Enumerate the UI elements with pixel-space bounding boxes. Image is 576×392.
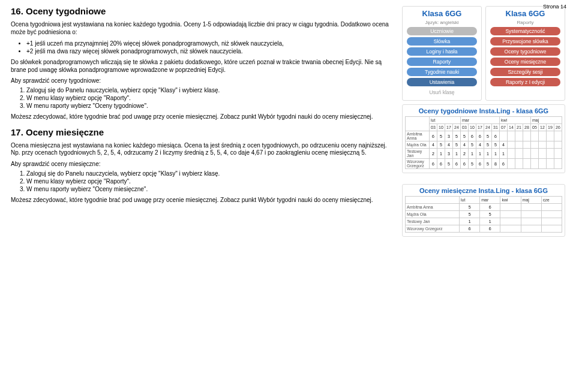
grade-cell: 2 — [461, 149, 469, 159]
menu-item[interactable]: Raporty — [407, 58, 477, 66]
bullet-item: +2 jeśli ma dwa razy więcej słówek ponad… — [26, 47, 394, 55]
step-item: Zaloguj się do Panelu nauczyciela, wybie… — [26, 170, 394, 177]
grade-cell — [508, 149, 515, 159]
day-header: 17 — [476, 124, 484, 131]
grade-cell — [515, 159, 523, 169]
step-item: W menu klasy wybierz opcję "Raporty". — [26, 177, 394, 185]
grade-cell: 6 — [453, 159, 461, 169]
grade-cell: 6 — [469, 131, 476, 141]
grade-cell — [554, 149, 562, 159]
grade-cell: 6 — [461, 159, 469, 169]
grade-cell: 5 — [437, 141, 445, 149]
grade-cell — [523, 141, 531, 149]
menu-item[interactable]: Słówka — [407, 37, 477, 46]
grade-cell — [541, 211, 562, 218]
grade-cell: 6 — [460, 225, 480, 233]
menu-item[interactable]: Przyswojone słówka — [490, 37, 560, 46]
weekly-title: Oceny tygodniowe Insta.Ling - klasa 6GG — [405, 107, 562, 114]
grade-cell: 5 — [445, 159, 453, 169]
menu-item[interactable]: Systematyczność — [490, 27, 560, 35]
day-header: 19 — [547, 124, 554, 131]
grade-cell: 5 — [484, 131, 492, 141]
grade-cell: 5 — [469, 159, 476, 169]
grade-cell: 5 — [453, 131, 461, 141]
grade-cell — [539, 149, 547, 159]
grade-cell: 5 — [480, 211, 500, 218]
grade-cell: 6 — [476, 159, 484, 169]
menu-item[interactable]: Raporty z I edycji — [490, 78, 560, 86]
month-header: maj — [521, 197, 541, 204]
grade-cell — [547, 149, 554, 159]
monthly-grades-card: Oceny miesięczne Insta.Ling - klasa 6GG … — [402, 184, 565, 237]
grade-cell: 5 — [484, 141, 492, 149]
grade-cell: 5 — [461, 131, 469, 141]
day-header: 03 — [430, 124, 437, 131]
grade-cell: 6 — [480, 225, 500, 233]
weekly-grades-card: Oceny tygodniowe Insta.Ling - klasa 6GG … — [402, 104, 565, 173]
menu-item[interactable]: Usuń klasę — [407, 88, 477, 97]
grade-cell — [554, 141, 562, 149]
grade-cell: 6 — [430, 159, 437, 169]
grade-cell — [539, 131, 547, 141]
table-row: Wzorowy Grzegorz6656656586 — [406, 159, 562, 169]
month-header: cze — [541, 197, 562, 204]
grade-cell — [500, 225, 521, 233]
step-item: W menu raporty wybierz "Oceny miesięczne… — [26, 185, 394, 193]
grade-cell: 1 — [500, 149, 508, 159]
table-row: Mądra Ola4545454554 — [406, 141, 562, 149]
grade-cell: 5 — [469, 141, 476, 149]
card-title: Klasa 6GG — [422, 9, 462, 18]
grade-cell — [547, 141, 554, 149]
grade-cell: 1 — [484, 149, 492, 159]
grade-cell — [521, 211, 541, 218]
menu-item[interactable]: Uczniowie — [407, 27, 477, 35]
grade-cell: 1 — [492, 149, 500, 159]
month-header: mar — [461, 117, 500, 124]
month-header: maj — [531, 117, 562, 124]
grade-cell — [523, 131, 531, 141]
menu-item[interactable]: Ustawienia — [407, 78, 477, 86]
grade-cell: 1 — [460, 218, 480, 225]
card-sub: Raporty — [517, 20, 533, 25]
heading-17: 17. Oceny miesięczne — [11, 127, 394, 137]
menu-item[interactable]: Oceny tygodniowe — [490, 47, 560, 56]
grade-cell — [531, 159, 539, 169]
day-header: 14 — [508, 124, 515, 131]
s16-bullets: +1 jeśli uczeń ma przynajmniej 20% więce… — [26, 40, 394, 55]
menu-item[interactable]: Oceny miesięczne — [490, 58, 560, 66]
student-name: Wzorowy Grzegorz — [406, 159, 430, 169]
day-header: 10 — [437, 124, 445, 131]
step-item: Zaloguj się do Panelu nauczyciela, wybie… — [26, 86, 394, 94]
class-menu-card: Klasa 6GG Język: angielski Uczniowie Słó… — [402, 6, 482, 101]
student-name: Ambitna Anna — [406, 204, 460, 211]
grade-cell: 4 — [445, 141, 453, 149]
menu-item[interactable]: Szczegóły sesji — [490, 68, 560, 76]
card-sub: Język: angielski — [425, 20, 458, 25]
table-row: Testowy Jan2131211111 — [406, 149, 562, 159]
grade-cell — [531, 141, 539, 149]
grade-cell: 5 — [460, 211, 480, 218]
grade-cell: 5 — [492, 141, 500, 149]
menu-item[interactable]: Loginy i hasła — [407, 47, 477, 56]
day-header: 21 — [515, 124, 523, 131]
grade-cell — [541, 204, 562, 211]
grade-cell — [500, 204, 521, 211]
menu-item[interactable]: Tygodnie nauki — [407, 68, 477, 76]
step-item: W menu raporty wybierz "Oceny tygodniowe… — [26, 102, 394, 110]
day-header: 17 — [445, 124, 453, 131]
day-header: 10 — [469, 124, 476, 131]
student-name: Wzorowy Grzegorz — [406, 225, 460, 233]
grade-cell: 3 — [445, 131, 453, 141]
day-header: 28 — [523, 124, 531, 131]
table-row: Wzorowy Grzegorz66 — [406, 225, 562, 233]
grade-cell: 6 — [437, 159, 445, 169]
month-header: lut — [460, 197, 480, 204]
grade-cell: 3 — [445, 149, 453, 159]
grade-cell — [521, 218, 541, 225]
s17-para3: Możesz zdecydować, które tygodnie brać p… — [11, 197, 394, 204]
day-header: 24 — [484, 124, 492, 131]
grade-cell — [521, 225, 541, 233]
grade-cell: 1 — [469, 149, 476, 159]
day-header: 03 — [461, 124, 469, 131]
grade-cell — [541, 225, 562, 233]
